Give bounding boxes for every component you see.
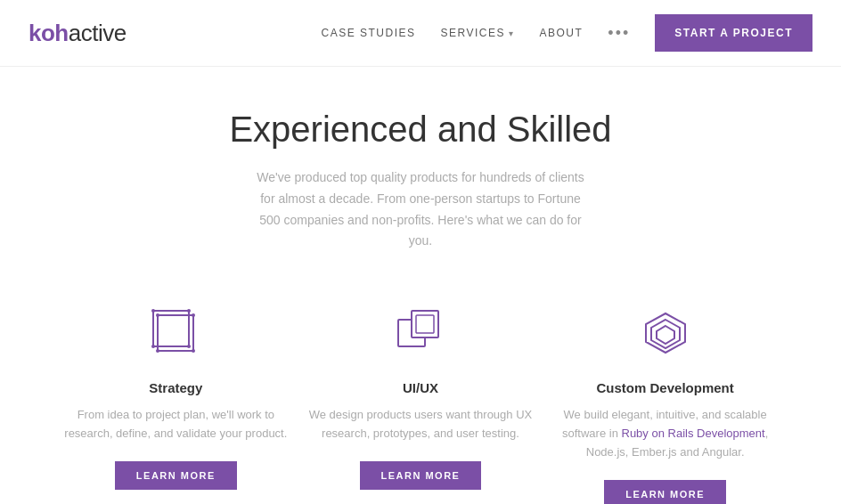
svg-point-6 bbox=[156, 313, 159, 317]
uiux-learn-more-button[interactable]: LEARN MORE bbox=[360, 461, 482, 490]
service-card-uiux: UI/UX We design products users want thro… bbox=[305, 302, 536, 504]
hero-title: Experienced and Skilled bbox=[107, 110, 734, 150]
uiux-title: UI/UX bbox=[403, 380, 438, 395]
nav-services[interactable]: SERVICES ▾ bbox=[441, 27, 515, 39]
main-nav: CASE STUDIES SERVICES ▾ ABOUT ••• START … bbox=[322, 14, 812, 52]
services-section: Strategy From idea to project plan, we'l… bbox=[0, 280, 841, 504]
svg-point-7 bbox=[192, 313, 195, 317]
rails-link[interactable]: Ruby on Rails Development bbox=[622, 427, 765, 440]
svg-point-2 bbox=[151, 309, 155, 313]
strategy-description: From idea to project plan, we'll work to… bbox=[60, 406, 291, 443]
logo-active: active bbox=[69, 20, 127, 46]
chevron-down-icon: ▾ bbox=[509, 28, 515, 38]
strategy-icon bbox=[144, 302, 207, 364]
uiux-icon bbox=[389, 302, 452, 364]
service-card-development: Custom Development We build elegant, int… bbox=[550, 302, 781, 504]
svg-rect-12 bbox=[416, 315, 434, 333]
development-learn-more-button[interactable]: LEARN MORE bbox=[604, 480, 726, 504]
uiux-description: We design products users want through UX… bbox=[305, 406, 536, 443]
strategy-learn-more-button[interactable]: LEARN MORE bbox=[115, 461, 237, 490]
development-description: We build elegant, intuitive, and scalabl… bbox=[550, 406, 781, 461]
hero-section: Experienced and Skilled We've produced t… bbox=[0, 67, 841, 280]
header: kohactive CASE STUDIES SERVICES ▾ ABOUT … bbox=[0, 0, 841, 67]
hero-description: We've produced top quality products for … bbox=[251, 167, 590, 252]
service-card-strategy: Strategy From idea to project plan, we'l… bbox=[60, 302, 291, 504]
more-options-icon[interactable]: ••• bbox=[608, 24, 630, 43]
svg-point-8 bbox=[156, 349, 159, 353]
development-icon bbox=[634, 302, 697, 364]
svg-point-4 bbox=[151, 345, 155, 348]
svg-marker-15 bbox=[657, 326, 674, 344]
nav-about[interactable]: ABOUT bbox=[540, 27, 584, 39]
svg-point-3 bbox=[187, 309, 191, 313]
development-title: Custom Development bbox=[597, 380, 734, 395]
logo: kohactive bbox=[29, 20, 127, 47]
svg-point-5 bbox=[187, 345, 191, 348]
logo-koh: koh bbox=[29, 20, 69, 46]
nav-case-studies[interactable]: CASE STUDIES bbox=[322, 27, 416, 39]
strategy-title: Strategy bbox=[149, 380, 202, 395]
start-project-button[interactable]: START A PROJECT bbox=[655, 14, 812, 52]
svg-point-9 bbox=[192, 349, 195, 353]
